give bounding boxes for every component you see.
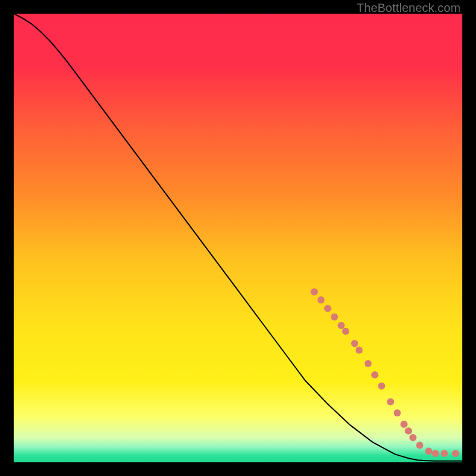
marker-dot: [394, 409, 401, 416]
marker-dot: [441, 450, 448, 457]
marker-dot: [356, 347, 363, 354]
chart-svg: [14, 14, 462, 462]
watermark-text: TheBottleneck.com: [356, 1, 461, 15]
marker-dot: [432, 450, 439, 457]
marker-dot: [452, 450, 459, 457]
marker-dot: [425, 447, 432, 455]
marker-dot: [365, 360, 372, 367]
chart-frame: [14, 14, 462, 462]
marker-dot: [342, 328, 349, 335]
marker-dot: [324, 305, 331, 312]
marker-dot: [311, 288, 318, 295]
marker-dot: [416, 441, 423, 449]
marker-dot: [400, 421, 408, 428]
marker-dot: [378, 383, 385, 390]
marker-dot: [317, 296, 324, 303]
marker-dot: [387, 398, 394, 405]
marker-dot: [351, 340, 358, 347]
marker-dot: [331, 314, 338, 321]
marker-dot: [337, 322, 345, 329]
marker-dot: [371, 371, 378, 378]
marker-dot: [409, 434, 416, 441]
marker-dot: [405, 427, 412, 434]
